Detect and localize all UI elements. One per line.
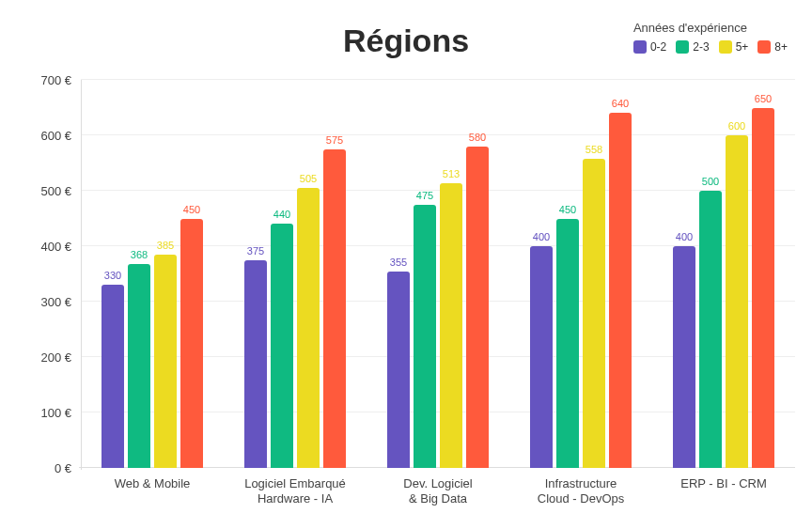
bar[interactable]: 385 [154, 255, 177, 468]
y-tick-label: 600 € [40, 129, 81, 143]
bar-value-label: 355 [390, 257, 407, 272]
y-tick-label: 100 € [40, 406, 81, 420]
legend-item[interactable]: 2-3 [676, 40, 709, 54]
bar-value-label: 450 [183, 204, 200, 219]
bar-value-label: 450 [559, 204, 576, 219]
bar-value-label: 475 [416, 190, 433, 205]
legend-item[interactable]: 8+ [757, 40, 788, 54]
bar-value-label: 500 [702, 176, 719, 191]
bar-value-label: 580 [469, 132, 486, 147]
bar[interactable]: 558 [583, 159, 605, 468]
legend-swatch [633, 40, 647, 54]
legend-swatch [719, 40, 732, 54]
y-tick-label: 300 € [40, 295, 81, 309]
legend-item[interactable]: 0-2 [633, 40, 666, 54]
bar-group: 330368385450 [81, 80, 224, 468]
bar-value-label: 368 [131, 249, 148, 264]
bar[interactable]: 640 [609, 113, 632, 468]
bar-value-label: 440 [273, 209, 290, 224]
bar[interactable]: 513 [440, 183, 462, 468]
bar-value-label: 400 [676, 231, 693, 246]
x-tick-label: InfrastructureCloud - DevOps [509, 471, 652, 518]
bar[interactable]: 475 [414, 205, 436, 468]
y-tick-label: 200 € [40, 350, 81, 365]
bar[interactable]: 650 [752, 108, 774, 469]
bar[interactable]: 600 [726, 135, 748, 468]
bar-group: 400500600650 [652, 80, 795, 468]
bar-group: 375440505575 [224, 80, 367, 468]
bar[interactable]: 400 [673, 246, 695, 468]
bar[interactable]: 368 [128, 264, 150, 468]
bar-value-label: 600 [728, 120, 745, 135]
legend-item[interactable]: 5+ [719, 40, 749, 54]
bar[interactable]: 355 [387, 272, 410, 468]
x-tick-label: Dev. Logiciel& Big Data [367, 471, 509, 518]
y-tick-label: 700 € [40, 73, 81, 87]
bar[interactable]: 575 [323, 149, 346, 468]
bar-value-label: 330 [104, 270, 121, 285]
bar-value-label: 640 [612, 98, 629, 113]
bar-value-label: 513 [443, 168, 460, 183]
x-tick-label: Web & Mobile [81, 471, 224, 518]
bar[interactable]: 450 [556, 219, 579, 469]
bar-value-label: 505 [300, 173, 317, 188]
bar[interactable]: 450 [180, 219, 203, 469]
bar-value-label: 558 [586, 144, 602, 159]
bar[interactable]: 375 [244, 260, 267, 468]
y-tick-label: 500 € [40, 184, 81, 198]
y-tick-label: 400 € [40, 240, 81, 254]
bar-value-label: 400 [533, 231, 550, 246]
chart-legend: Années d'expérience 0-22-35+8+ [633, 21, 788, 54]
bar-group: 355475513580 [367, 80, 509, 468]
x-tick-label: Logiciel EmbarquéHardware - IA [224, 471, 367, 518]
bar[interactable]: 400 [530, 246, 553, 468]
bar-group: 400450558640 [509, 80, 652, 468]
bar-value-label: 385 [157, 240, 174, 255]
x-axis-labels: Web & MobileLogiciel EmbarquéHardware - … [81, 471, 795, 518]
bar[interactable]: 500 [699, 191, 722, 468]
x-tick-label: ERP - BI - CRM [652, 471, 795, 518]
bar-value-label: 650 [755, 93, 772, 108]
bar[interactable]: 580 [466, 147, 489, 468]
bar-value-label: 575 [326, 134, 343, 149]
y-tick-label: 0 € [55, 461, 81, 475]
bar[interactable]: 330 [102, 285, 124, 468]
bar[interactable]: 505 [297, 188, 320, 468]
bar-value-label: 375 [247, 245, 264, 260]
legend-swatch [676, 40, 689, 54]
bar[interactable]: 440 [271, 224, 293, 468]
bar-chart: Régions Années d'expérience 0-22-35+8+ 0… [0, 0, 812, 529]
legend-swatch [757, 40, 771, 54]
plot-area: 0 €100 €200 €300 €400 €500 €600 €700 € 3… [81, 80, 795, 468]
legend-label: 5+ [736, 40, 749, 54]
legend-label: 0-2 [650, 40, 666, 54]
legend-title: Années d'expérience [633, 21, 788, 35]
legend-label: 8+ [774, 40, 788, 54]
legend-label: 2-3 [693, 40, 709, 54]
